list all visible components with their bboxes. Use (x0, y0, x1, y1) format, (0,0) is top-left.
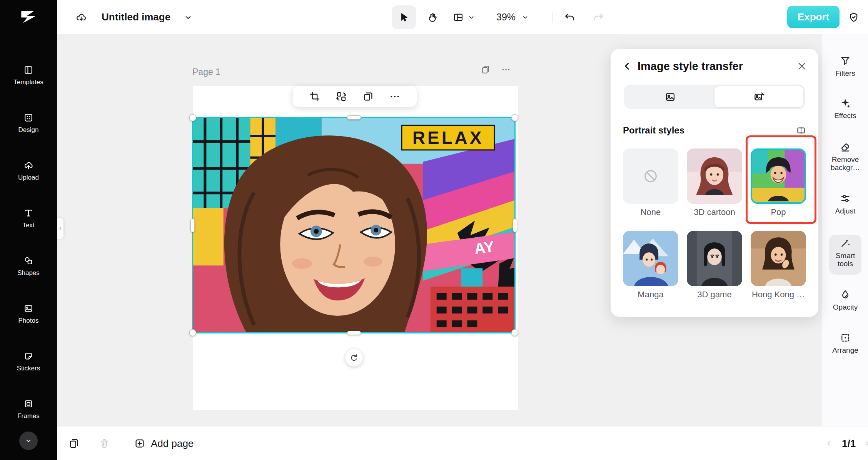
sidebar-item-frames[interactable]: Frames (0, 388, 57, 431)
rotate-handle[interactable] (345, 349, 363, 367)
canvas-size-icon (452, 12, 464, 23)
selected-image[interactable]: RELAX AY (193, 118, 515, 333)
right-tool-rail: Filters Effects Remove backgr… Adjust Sm… (822, 34, 868, 426)
style-option-3d-cartoon[interactable]: 3D cartoon (687, 148, 742, 217)
rail-label: Remove backgr… (827, 155, 864, 172)
document-title[interactable]: Untitled image (102, 0, 170, 34)
redo-button[interactable] (593, 0, 604, 34)
style-transfer-button[interactable] (336, 91, 347, 102)
rail-item-arrange[interactable]: Arrange (822, 332, 868, 354)
style-mode-tabs (624, 85, 805, 109)
document-title-text: Untitled image (102, 11, 170, 23)
shapes-icon (23, 256, 33, 266)
none-thumbnail (623, 148, 678, 204)
chevron-left-icon (621, 60, 633, 72)
undo-button[interactable] (564, 0, 576, 34)
sidebar-label: Design (18, 126, 39, 134)
resize-handle-bottom[interactable] (347, 331, 361, 335)
chevron-right-icon (57, 224, 63, 233)
resize-handle-left[interactable] (190, 218, 195, 232)
hand-tool-button[interactable] (421, 0, 444, 34)
sidebar-more-button[interactable] (19, 432, 38, 450)
cloud-save-icon (75, 12, 87, 23)
select-tool-button[interactable] (392, 0, 416, 34)
prev-page-button[interactable] (824, 427, 834, 460)
title-menu-toggle[interactable] (183, 0, 193, 34)
sidebar-item-design[interactable]: Design (0, 102, 57, 145)
style-option-hong-kong[interactable]: Hong Kong … (751, 231, 806, 299)
zoom-level-text: 39% (496, 12, 516, 23)
rail-item-opacity[interactable]: Opacity (822, 289, 868, 311)
copy-page-button[interactable] (68, 427, 80, 460)
more-options-button[interactable] (389, 91, 401, 102)
sidebar-item-photos[interactable]: Photos (0, 292, 57, 335)
duplicate-button[interactable] (362, 91, 374, 102)
sidebar-item-upload[interactable]: Upload (0, 149, 57, 192)
rail-label: Adjust (827, 207, 864, 215)
back-button[interactable] (621, 60, 633, 72)
page-more-icon[interactable] (501, 65, 511, 75)
manga-thumbnail (623, 231, 678, 286)
style-option-manga[interactable]: Manga (623, 231, 678, 299)
tab-image-filter[interactable] (626, 86, 714, 107)
zoom-control[interactable]: 39% (496, 0, 529, 34)
adjust-icon (840, 193, 851, 204)
compare-icon (796, 125, 806, 135)
rail-item-filters[interactable]: Filters (822, 55, 868, 77)
templates-icon (23, 65, 33, 75)
style-label: Manga (623, 290, 678, 299)
sidebar-item-stickers[interactable]: Stickers (0, 340, 57, 383)
style-label: Hong Kong … (751, 290, 806, 299)
chevron-left-icon (824, 438, 834, 448)
style-option-none[interactable]: None (623, 148, 678, 217)
crop-icon (309, 91, 320, 102)
smart-tools-icon (840, 237, 851, 249)
style-label: 3D cartoon (687, 208, 742, 217)
security-status[interactable] (848, 0, 860, 34)
resize-handle-bottom-left[interactable] (189, 329, 196, 336)
sidebar-item-templates[interactable]: Templates (0, 54, 57, 97)
crop-button[interactable] (309, 91, 320, 102)
close-panel-button[interactable] (796, 60, 808, 72)
chevron-down-icon (521, 13, 529, 22)
chevron-down-icon (467, 13, 476, 22)
style-option-3d-game[interactable]: 3D game (687, 231, 742, 299)
resize-handle-top-left[interactable] (189, 114, 196, 121)
more-icon (389, 91, 401, 102)
rail-label: Smart tools (827, 252, 864, 268)
cloud-save-status[interactable] (75, 0, 87, 34)
hong-kong-thumbnail (751, 231, 806, 286)
resize-handle-right[interactable] (513, 218, 517, 232)
duplicate-icon (362, 91, 374, 102)
resize-handle-top[interactable] (347, 115, 361, 120)
add-page-label: Add page (151, 438, 194, 450)
rail-label: Arrange (827, 346, 864, 354)
capcut-logo-icon (18, 6, 39, 28)
app-logo[interactable] (0, 6, 57, 28)
style-option-pop[interactable]: Pop (751, 148, 806, 217)
duplicate-page-icon[interactable] (481, 65, 491, 75)
resize-handle-bottom-right[interactable] (511, 329, 518, 336)
pop-art-image: RELAX AY (193, 118, 515, 333)
sidebar-item-text[interactable]: Text (0, 197, 57, 240)
delete-page-button[interactable] (98, 427, 110, 460)
copy-page-icon (68, 438, 80, 449)
rail-item-smart-tools[interactable]: Smart tools (822, 237, 868, 268)
panel-collapse-tab[interactable] (57, 218, 63, 239)
style-label: Pop (751, 208, 806, 217)
compare-button[interactable] (796, 125, 806, 135)
tab-image-style-transfer[interactable] (714, 86, 803, 107)
artwork-banner-text: RELAX (412, 128, 484, 148)
canvas-size-button[interactable] (452, 0, 476, 34)
style-transfer-icon (336, 91, 347, 102)
resize-handle-top-right[interactable] (511, 114, 518, 121)
add-page-icon (134, 438, 145, 449)
export-button[interactable]: Export (787, 6, 840, 28)
add-page-button[interactable]: Add page (134, 427, 194, 460)
next-page-button[interactable] (862, 427, 868, 460)
sidebar-item-shapes[interactable]: Shapes (0, 245, 57, 288)
rail-item-effects[interactable]: Effects (822, 97, 868, 120)
rail-item-remove-background[interactable]: Remove backgr… (822, 141, 868, 172)
design-icon (23, 113, 33, 123)
rail-item-adjust[interactable]: Adjust (822, 193, 868, 215)
